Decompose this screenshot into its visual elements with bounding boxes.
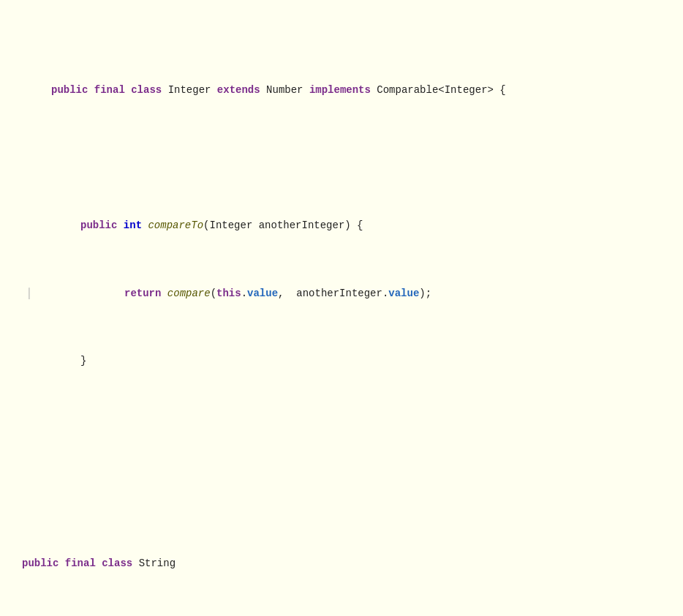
- code-container: public final class Integer extends Numbe…: [0, 0, 683, 616]
- line-blank1: [7, 150, 676, 167]
- line-string-class: public final class String: [7, 555, 676, 572]
- line-compareto-int-sig: public int compareTo(Integer anotherInte…: [7, 217, 676, 234]
- code-block: public final class Integer extends Numbe…: [7, 15, 676, 616]
- line-close-compareto-int: }: [7, 353, 676, 369]
- line-integer-class: public final class Integer extends Numbe…: [7, 82, 676, 99]
- line-return-compare: │return compare(this.value, anotherInteg…: [7, 285, 676, 302]
- line-blank2: [7, 420, 676, 437]
- line-blank3: [7, 471, 676, 488]
